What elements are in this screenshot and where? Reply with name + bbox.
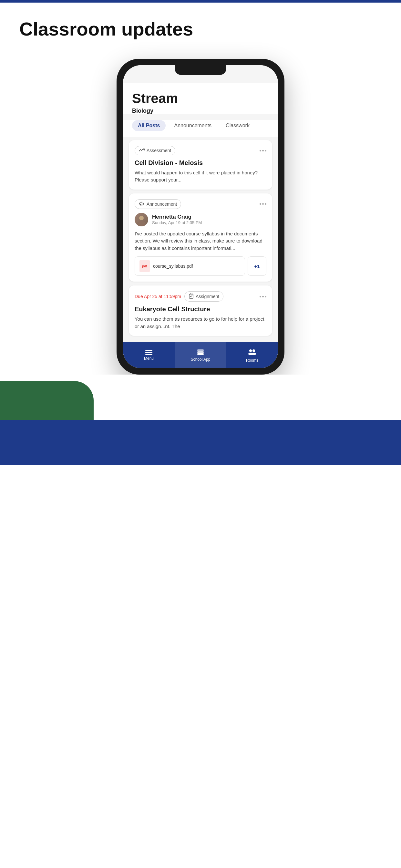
announcement-body: I've posted the updated course syllabus … [135, 230, 266, 252]
dot6 [265, 203, 266, 205]
screen-content: Stream Biology All Posts Announcements C… [123, 65, 278, 368]
nav-rooms[interactable]: Rooms [226, 342, 278, 368]
assignment-icon [189, 293, 194, 300]
page-title: Classroom updates [19, 19, 382, 39]
dot8 [262, 296, 264, 298]
svg-point-0 [139, 216, 144, 220]
assignment-card: Due Apr 25 at 11:59pm [129, 285, 272, 336]
svg-point-9 [251, 352, 256, 355]
assessment-icon [139, 148, 145, 153]
attachment-count[interactable]: +1 [248, 256, 266, 276]
announcement-more-dots[interactable] [259, 203, 266, 205]
file-name: course_syllabus.pdf [153, 264, 193, 269]
avatar [135, 213, 148, 226]
menu-icon [145, 350, 152, 355]
svg-point-6 [249, 349, 252, 352]
attachment-row: pdf course_syllabus.pdf +1 [135, 256, 266, 276]
nav-school-app-label: School App [191, 357, 211, 362]
assessment-body: What would happen to this cell if it wer… [135, 169, 266, 184]
announcement-icon [139, 201, 145, 207]
top-bar [0, 0, 401, 3]
author-row: Henrietta Craig Sunday, Apr 19 at 2:35 P… [135, 213, 266, 226]
page-header: Classroom updates [0, 3, 401, 52]
dot5 [262, 203, 264, 205]
assessment-card-header: Assessment [135, 146, 266, 155]
assignment-more-dots[interactable] [259, 296, 266, 298]
nav-school-app[interactable]: School App [175, 342, 226, 368]
dot1 [259, 150, 261, 151]
dot2 [262, 150, 264, 151]
announcement-card-header: Announcement [135, 199, 266, 209]
stream-title: Stream [132, 91, 269, 106]
dot3 [265, 150, 266, 151]
announcement-card: Announcement [129, 193, 272, 282]
phone-frame: Stream Biology All Posts Announcements C… [117, 59, 284, 375]
author-info: Henrietta Craig Sunday, Apr 19 at 2:35 P… [152, 214, 202, 225]
assessment-badge-label: Assessment [147, 148, 171, 153]
announcement-badge-label: Announcement [147, 202, 177, 207]
dot4 [259, 203, 261, 205]
svg-rect-5 [197, 349, 204, 351]
ham-line-1 [145, 350, 152, 351]
avatar-img [135, 213, 148, 226]
assignment-badge: Assignment [184, 291, 223, 302]
bottom-footer [0, 445, 401, 465]
svg-point-7 [252, 349, 255, 352]
stream-subtitle: Biology [132, 107, 269, 114]
due-badge-row: Due Apr 25 at 11:59pm [135, 291, 223, 302]
phone-section: Stream Biology All Posts Announcements C… [0, 52, 401, 375]
nav-menu-label: Menu [144, 356, 154, 361]
phone-notch [175, 65, 226, 75]
svg-point-1 [137, 221, 146, 226]
assignment-card-header: Due Apr 25 at 11:59pm [135, 291, 266, 302]
tab-all-posts[interactable]: All Posts [132, 120, 166, 131]
ham-line-3 [145, 354, 152, 355]
attachment-file[interactable]: pdf course_syllabus.pdf [135, 256, 245, 276]
author-date: Sunday, Apr 19 at 2:35 PM [152, 220, 202, 225]
phone-screen: Stream Biology All Posts Announcements C… [123, 65, 278, 368]
assessment-title: Cell Division - Meiosis [135, 159, 266, 166]
author-name: Henrietta Craig [152, 214, 202, 220]
nav-menu[interactable]: Menu [123, 342, 175, 368]
dot9 [265, 296, 266, 298]
assignment-badge-label: Assignment [196, 294, 219, 299]
tab-announcements[interactable]: Announcements [168, 120, 217, 131]
posts-area: Assessment Cell Division - Meiosis What … [123, 137, 278, 339]
bg-decoration [0, 375, 401, 445]
phone-wrapper: Stream Biology All Posts Announcements C… [117, 59, 284, 375]
bg-navy-shape [0, 420, 401, 445]
svg-rect-3 [197, 353, 204, 355]
stream-header: Stream Biology [123, 83, 278, 114]
school-app-icon [196, 349, 205, 356]
nav-rooms-label: Rooms [246, 358, 258, 363]
announcement-badge: Announcement [135, 199, 181, 209]
rooms-icon [248, 348, 257, 357]
pdf-icon: pdf [140, 260, 150, 272]
tab-classwork[interactable]: Classwork [220, 120, 255, 131]
due-label: Due Apr 25 at 11:59pm [135, 294, 181, 299]
tabs-container: All Posts Announcements Classwork [123, 120, 278, 137]
assessment-badge: Assessment [135, 146, 175, 155]
ham-line-2 [145, 352, 152, 353]
dot7 [259, 296, 261, 298]
assignment-body: You can use them as resources to go to f… [135, 315, 266, 330]
assessment-card: Assessment Cell Division - Meiosis What … [129, 140, 272, 190]
assessment-more-dots[interactable] [259, 150, 266, 151]
assignment-title: Eukaryote Cell Structure [135, 306, 266, 313]
bottom-nav: Menu School App [123, 342, 278, 368]
svg-rect-4 [197, 351, 204, 353]
